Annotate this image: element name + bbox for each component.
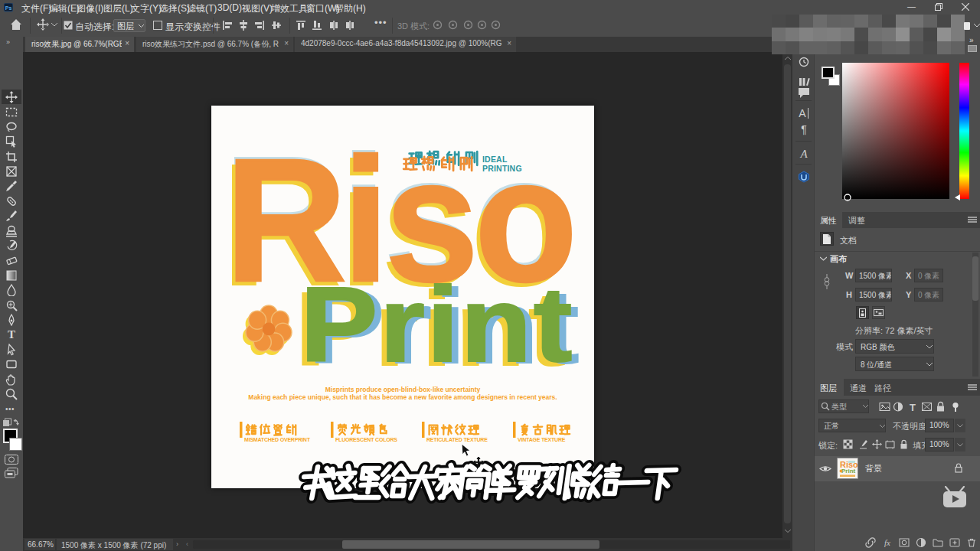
svg-text:fx: fx [884,538,890,547]
svg-text:T: T [8,328,15,341]
svg-text:¶: ¶ [801,123,807,135]
svg-text:Ps: Ps [5,5,12,11]
svg-text:A: A [799,148,808,160]
svg-text:A: A [799,107,806,119]
svg-text:Print: Print [841,468,856,474]
svg-text:T: T [910,402,916,412]
